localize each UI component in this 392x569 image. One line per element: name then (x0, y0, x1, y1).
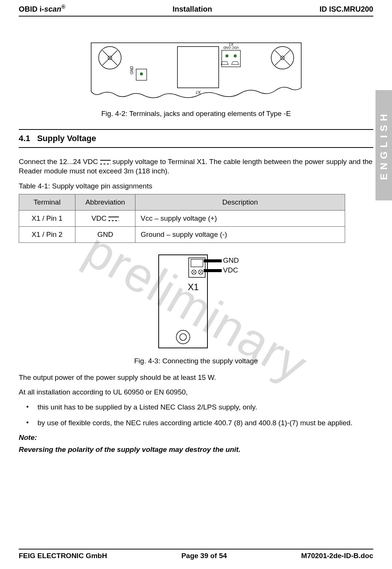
svg-rect-8 (177, 47, 219, 88)
svg-text:GND: GND (130, 66, 134, 74)
cell-abbrev: GND (75, 226, 135, 242)
section-number: 4.1 (19, 134, 30, 143)
svg-point-15 (234, 54, 237, 57)
header-left: OBID i-scan® (19, 4, 65, 14)
table-row: X1 / Pin 1 VDC Vcc – supply voltage (+) (19, 210, 345, 226)
cell-description: Ground – supply voltage (-) (135, 226, 345, 242)
requirements-list: this unit has to be supplied by a Listed… (26, 402, 373, 428)
list-item: by use of flexible cords, the NEC rules … (26, 418, 373, 428)
paragraph-installation: At all installation according to UL 6095… (19, 387, 373, 397)
language-tab: ENGLISH (375, 90, 392, 200)
svg-rect-20 (191, 259, 203, 267)
note-label: Note: (19, 434, 373, 442)
table-4-1-caption: Table 4-1: Supply voltage pin assignment… (19, 181, 373, 191)
paragraph-connect: Connect the 12...24 VDC supply voltage t… (19, 157, 373, 176)
header-left-sup: ® (61, 4, 65, 10)
svg-text:X7: X7 (195, 90, 200, 95)
svg-rect-27 (204, 259, 222, 262)
cell-description: Vcc – supply voltage (+) (135, 210, 345, 226)
section-title: Supply Voltage (37, 134, 96, 143)
footer-middle: Page 39 of 54 (181, 552, 227, 560)
fig43-label-gnd: GND (223, 256, 239, 265)
svg-rect-28 (204, 269, 222, 272)
language-tab-label: ENGLISH (378, 110, 390, 180)
svg-point-29 (176, 330, 190, 344)
page-header: OBID i-scan® Installation ID ISC.MRU200 (19, 0, 373, 17)
paragraph-output-power: The output power of the power supply sho… (19, 373, 373, 382)
cell-terminal: X1 / Pin 1 (19, 210, 75, 226)
header-right: ID ISC.MRU200 (320, 5, 373, 14)
dc-symbol-icon (108, 217, 119, 221)
para1-a: Connect the 12...24 VDC (19, 158, 100, 166)
th-description: Description (135, 194, 345, 210)
figure-4-3: GND VDC X1 (147, 253, 245, 350)
svg-point-30 (180, 334, 186, 340)
table-pin-assignments: Terminal Abbreviation Description X1 / P… (19, 194, 345, 243)
figure-4-3-caption: Fig. 4-3: Connecting the supply voltage (19, 357, 373, 365)
svg-text:X1: X1 (228, 42, 233, 46)
fig43-label-vdc: VDC (223, 266, 238, 274)
table-row: X1 / Pin 2 GND Ground – supply voltage (… (19, 226, 345, 242)
svg-point-14 (225, 54, 228, 57)
th-abbrev: Abbreviation (75, 194, 135, 210)
list-item: this unit has to be supplied by a Listed… (26, 402, 373, 412)
footer-right: M70201-2de-ID-B.doc (301, 552, 373, 560)
fig43-label-x1: X1 (188, 282, 199, 292)
header-left-italic: scan (44, 5, 62, 13)
footer-left: FEIG ELECTRONIC GmbH (19, 552, 107, 560)
svg-rect-18 (159, 255, 207, 348)
svg-rect-13 (222, 50, 240, 67)
figure-4-2-caption: Fig. 4-2: Terminals, jacks and operating… (19, 110, 373, 118)
svg-point-11 (140, 72, 143, 75)
cell-terminal: X1 / Pin 2 (19, 226, 75, 242)
dc-symbol-icon (100, 160, 111, 164)
page-footer: FEIG ELECTRONIC GmbH Page 39 of 54 M7020… (19, 549, 373, 560)
cell-abbrev: VDC (75, 210, 135, 226)
th-terminal: Terminal (19, 194, 75, 210)
section-heading: 4.1 Supply Voltage (19, 130, 373, 148)
figure-4-2: X7 GND VDC GND X1 (87, 35, 305, 103)
header-middle: Installation (173, 5, 212, 14)
note-body: Reversing the polarity of the supply vol… (19, 446, 373, 454)
header-left-prefix: OBID i- (19, 5, 44, 13)
